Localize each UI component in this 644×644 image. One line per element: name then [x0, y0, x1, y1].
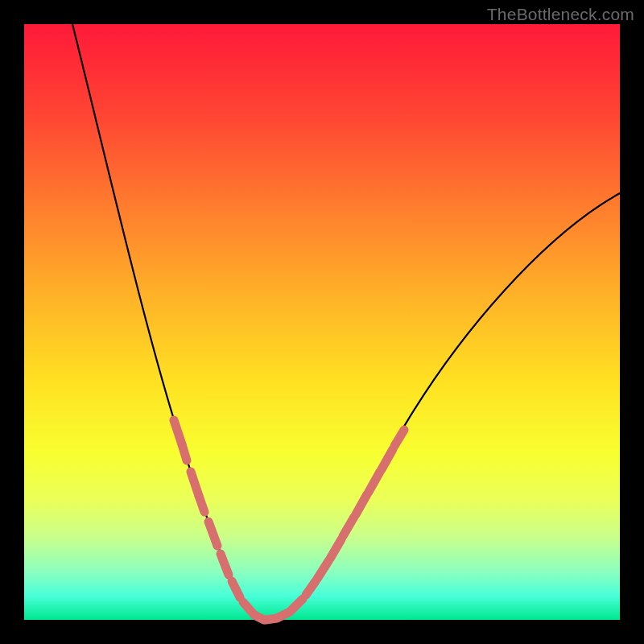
marker-dash: [199, 496, 204, 512]
watermark-text: TheBottleneck.com: [487, 5, 634, 24]
marker-group-right: [306, 430, 404, 595]
marker-dash: [306, 581, 316, 595]
marker-dash: [330, 539, 341, 559]
marker-dash: [317, 561, 328, 579]
marker-dash: [182, 444, 187, 460]
marker-dash: [394, 430, 404, 446]
marker-dash: [356, 494, 367, 514]
marker-group-valley: [243, 599, 303, 620]
marker-dash: [369, 472, 380, 492]
marker-dash: [232, 581, 240, 597]
chart-frame: TheBottleneck.com: [0, 0, 644, 644]
marker-dash: [208, 522, 217, 546]
marker-dash: [343, 517, 354, 536]
curve-layer: [24, 24, 620, 620]
marker-dash: [382, 449, 393, 469]
plot-area: [24, 24, 620, 620]
marker-group-left: [174, 420, 240, 597]
marker-dash: [291, 599, 303, 610]
marker-dash: [221, 554, 229, 575]
